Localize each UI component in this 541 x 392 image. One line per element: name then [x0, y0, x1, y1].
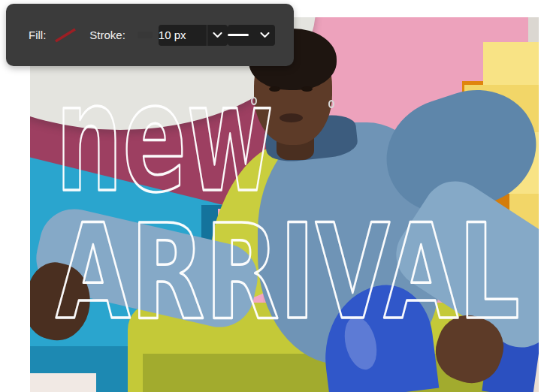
headline-text-new[interactable]: new — [54, 85, 280, 198]
headline-text-new-glyphs: new — [56, 85, 274, 198]
fill-label: Fill: — [29, 29, 46, 41]
chevron-down-icon — [213, 32, 222, 38]
headline-text-arrival[interactable]: ARRIVAL — [54, 214, 527, 327]
headline-text-arrival-glyphs: ARRIVAL — [56, 214, 520, 327]
photo-yellow-step-1 — [483, 42, 539, 85]
no-fill-icon — [53, 27, 77, 44]
stroke-swatch-button[interactable] — [131, 26, 159, 45]
chevron-down-icon — [260, 32, 270, 38]
stroke-label: Stroke: — [89, 29, 125, 41]
photo-model-right-eye — [301, 86, 313, 92]
fill-swatch-button[interactable] — [52, 26, 79, 45]
stroke-style-select[interactable] — [228, 25, 275, 46]
photo-model-lips — [280, 113, 303, 122]
screenshot-page: new ARRIVAL Fill: Stroke: 10 px — [0, 0, 541, 392]
properties-toolbar: Fill: Stroke: 10 px — [6, 4, 294, 66]
stroke-width-value: 10 px — [159, 29, 186, 41]
stroke-width-dropdown-arrow — [207, 25, 228, 46]
stroke-width-select[interactable]: 10 px — [159, 25, 228, 46]
photo-floor-left — [30, 373, 96, 392]
stroke-color-icon — [138, 32, 153, 38]
artboard-photo[interactable]: new ARRIVAL — [30, 17, 539, 392]
photo-earring-right — [328, 100, 334, 108]
solid-line-icon — [228, 34, 249, 36]
stroke-style-dropdown-arrow — [255, 25, 275, 46]
